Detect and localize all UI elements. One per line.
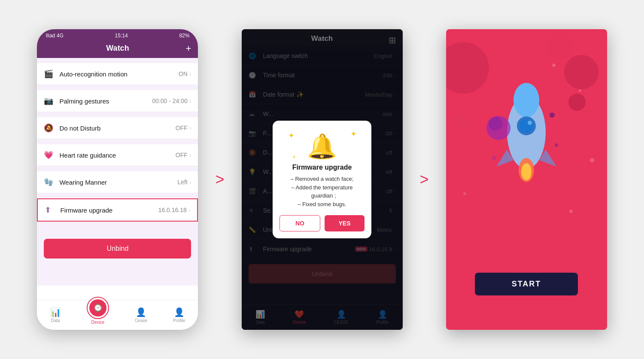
- tab-device[interactable]: ⌚ Device: [87, 305, 109, 325]
- title-bar: Watch +: [44, 40, 191, 58]
- dialog-body: – Removed a watch face; – Added the temp…: [279, 175, 365, 208]
- svg-point-10: [555, 143, 558, 147]
- device-icon: ⌚: [89, 299, 106, 316]
- menu-item-dnd[interactable]: 🔕 Do not Disturb OFF ›: [37, 117, 198, 139]
- dialog-buttons: NO YES: [279, 215, 365, 231]
- tab-profile-label: Profile: [173, 318, 185, 323]
- tab-cease-label: Cease: [135, 318, 147, 323]
- dialog-no-button[interactable]: NO: [279, 215, 320, 231]
- sparkle-tr: ✦: [350, 129, 357, 139]
- spacer: [37, 85, 198, 90]
- carrier-label: Iliad 4G: [46, 33, 63, 39]
- spacer: [37, 227, 198, 232]
- heart-rate-icon: 💗: [44, 150, 56, 160]
- palming-label: Palming gestures: [59, 97, 152, 105]
- phone1: Iliad 4G 15:14 82% Watch + 🎬 Auto-recogn…: [37, 29, 198, 330]
- phone2: Watch ⊞ 🌐 Language switch English › 🕐 Ti…: [242, 29, 403, 330]
- firmware-dialog: ✦ ✦ + 🔔 Firmware upgrade – Removed a wat…: [273, 121, 371, 238]
- unbind-button[interactable]: Unbind: [44, 239, 191, 259]
- tab-device-label: Device: [91, 320, 104, 325]
- dnd-icon: 🔕: [44, 123, 56, 133]
- menu-item-wearing[interactable]: 🧤 Wearing Manner Left ›: [37, 171, 198, 193]
- dot3: [590, 158, 594, 162]
- cease-icon: 👤: [136, 307, 146, 317]
- wearing-icon: 🧤: [44, 177, 56, 187]
- dialog-title: Firmware upgrade: [279, 164, 365, 171]
- bg-circle-5: [455, 115, 468, 128]
- firmware-label: Firmware upgrade: [60, 207, 158, 214]
- status-bar: Iliad 4G 15:14 82%: [44, 29, 191, 40]
- start-button[interactable]: START: [475, 273, 578, 295]
- wearing-value: Left: [177, 179, 187, 186]
- palming-icon: 📷: [44, 96, 56, 106]
- svg-point-3: [519, 119, 533, 133]
- chevron-right-icon: ›: [189, 152, 191, 158]
- auto-recognition-icon: 🎬: [44, 69, 56, 79]
- bell-icon: 🔔: [307, 132, 337, 161]
- svg-point-6: [521, 163, 532, 180]
- data-icon: 📊: [50, 307, 61, 317]
- tab-profile[interactable]: 👤 Profile: [173, 307, 185, 323]
- dialog-overlay: ✦ ✦ + 🔔 Firmware upgrade – Removed a wat…: [242, 29, 403, 330]
- rocket-illustration: [483, 76, 569, 188]
- device-circle: ⌚: [87, 297, 109, 319]
- bg-circle-3: [547, 33, 573, 59]
- rocket-container: [466, 64, 586, 201]
- phone3: START: [446, 29, 607, 330]
- dialog-bell-area: ✦ ✦ + 🔔: [279, 129, 365, 164]
- spacer: [37, 222, 198, 227]
- dnd-label: Do not Disturb: [59, 125, 175, 132]
- svg-point-9: [550, 113, 555, 118]
- tab-data-label: Data: [51, 318, 60, 323]
- arrow1: >: [215, 170, 224, 189]
- tab-bar: 📊 Data ⌚ Device 👤 Cease 👤 Profile: [37, 300, 198, 330]
- svg-point-1: [513, 83, 539, 117]
- svg-point-8: [489, 117, 502, 131]
- dialog-yes-button[interactable]: YES: [325, 215, 365, 231]
- menu-item-firmware[interactable]: ⬆ Firmware upgrade 16.0.16.18 ›: [37, 198, 198, 222]
- dnd-value: OFF: [176, 125, 188, 131]
- dot4: [463, 192, 466, 195]
- menu-item-palming[interactable]: 📷 Palming gestures 00:00 - 24:00 ›: [37, 90, 198, 112]
- sparkle-bl: +: [292, 153, 296, 160]
- chevron-right-icon: ›: [189, 97, 191, 104]
- heart-rate-label: Heart rate guidance: [59, 152, 175, 159]
- chevron-right-icon: ›: [188, 207, 191, 213]
- chevron-right-icon: ›: [189, 125, 191, 131]
- profile-icon: 👤: [174, 307, 185, 317]
- svg-point-11: [492, 156, 496, 160]
- wearing-label: Wearing Manner: [59, 179, 177, 186]
- menu-list: 🎬 Auto-recognition motion ON › 📷 Palming…: [37, 58, 198, 286]
- auto-recognition-value: ON: [179, 70, 188, 77]
- spacer: [37, 193, 198, 198]
- page-title: Watch: [106, 44, 129, 53]
- spacer: [37, 166, 198, 171]
- svg-point-4: [528, 121, 532, 125]
- chevron-right-icon: ›: [189, 179, 191, 186]
- dot5: [569, 210, 573, 213]
- battery-label: 82%: [179, 33, 189, 39]
- auto-recognition-label: Auto-recognition motion: [59, 70, 178, 78]
- menu-item-auto-recognition[interactable]: 🎬 Auto-recognition motion ON ›: [37, 63, 198, 85]
- menu-item-heart-rate[interactable]: 💗 Heart rate guidance OFF ›: [37, 144, 198, 166]
- chevron-right-icon: ›: [189, 70, 191, 77]
- sparkle-tl: ✦: [288, 131, 295, 140]
- tab-cease[interactable]: 👤 Cease: [135, 307, 147, 323]
- arrow2: >: [420, 170, 429, 189]
- firmware-icon: ⬆: [45, 205, 57, 215]
- time-label: 15:14: [115, 33, 128, 39]
- palming-value: 00:00 - 24:00: [152, 97, 188, 104]
- add-button[interactable]: +: [186, 43, 191, 54]
- spacer: [37, 58, 198, 63]
- firmware-value: 16.0.16.18: [158, 207, 187, 213]
- spacer: [37, 112, 198, 117]
- tab-data[interactable]: 📊 Data: [50, 307, 61, 323]
- phone1-header: Iliad 4G 15:14 82% Watch +: [37, 29, 198, 58]
- spacer: [37, 139, 198, 144]
- heart-rate-value: OFF: [176, 152, 188, 158]
